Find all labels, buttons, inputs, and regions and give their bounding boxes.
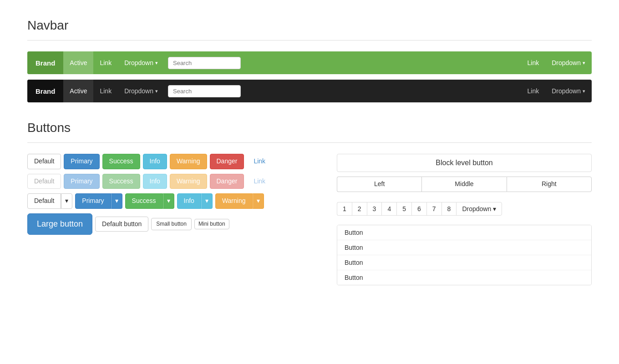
navbar-green-items: Active Link Dropdown ▾ [63, 51, 241, 74]
btn-default-1[interactable]: Default [27, 154, 61, 169]
chevron-down-icon: ▾ [493, 205, 496, 212]
navbar-dark: Brand Active Link Dropdown ▾ Link Dropdo… [27, 80, 592, 102]
navbar-dark-right-link[interactable]: Link [521, 80, 545, 102]
dropdown-list-item-1[interactable]: Button [337, 225, 591, 240]
navbar-dark-items: Active Link Dropdown ▾ [63, 80, 241, 102]
navbar-dark-item-active[interactable]: Active [63, 80, 93, 102]
split-info-caret[interactable]: ▾ [201, 193, 213, 209]
chevron-down-icon: ▾ [155, 88, 158, 94]
split-success: Success ▾ [125, 193, 174, 209]
chevron-down-icon: ▾ [115, 197, 118, 206]
right-panel: Block level button Left Middle Right 1 2… [337, 154, 592, 285]
page-1[interactable]: 1 [337, 202, 352, 216]
btn-warning-1[interactable]: Warning [170, 154, 207, 169]
dropdown-list-item-3[interactable]: Button [337, 255, 591, 270]
btn-default-2[interactable]: Default [27, 174, 61, 189]
block-level-button[interactable]: Block level button [337, 154, 592, 172]
split-default: Default ▾ [27, 193, 72, 209]
pagination: 1 2 3 4 5 6 7 8 Dropdown ▾ [337, 202, 592, 216]
split-primary: Primary ▾ [75, 193, 122, 209]
btn-small[interactable]: Small button [151, 218, 192, 230]
chevron-down-icon: ▾ [155, 60, 158, 66]
btn-row-3: Default ▾ Primary ▾ Success [27, 193, 319, 209]
navbar-green-right-link[interactable]: Link [521, 51, 545, 74]
chevron-down-icon: ▾ [205, 197, 208, 206]
navbar-dark-dropdown[interactable]: Dropdown ▾ [118, 80, 164, 102]
split-info: Info ▾ [177, 193, 213, 209]
navbar-green-dropdown[interactable]: Dropdown ▾ [118, 51, 164, 74]
chevron-down-icon: ▾ [583, 60, 585, 66]
navbar-section-title: Navbar [27, 18, 592, 33]
btn-large[interactable]: Large button [27, 213, 92, 235]
btn-primary-1[interactable]: Primary [64, 154, 99, 169]
chevron-down-icon: ▾ [583, 88, 585, 94]
btn-row-1: Default Primary Success Info Warning Dan… [27, 154, 319, 169]
btn-success-2[interactable]: Success [102, 174, 140, 189]
navbar-dark-item-link[interactable]: Link [93, 80, 118, 102]
btn-group-lmr: Left Middle Right [337, 177, 592, 192]
btn-row-4: Large button Default button Small button… [27, 213, 319, 235]
chevron-down-icon: ▾ [257, 197, 260, 206]
buttons-section-title: Buttons [27, 121, 592, 135]
navbar-green-item-link[interactable]: Link [93, 51, 118, 74]
btn-info-1[interactable]: Info [143, 154, 167, 169]
btn-danger-2[interactable]: Danger [210, 174, 244, 189]
split-primary-caret[interactable]: ▾ [111, 193, 122, 209]
btn-success-1[interactable]: Success [102, 154, 140, 169]
navbar-dark-right-dropdown[interactable]: Dropdown ▾ [545, 80, 592, 102]
chevron-down-icon: ▾ [65, 197, 68, 206]
split-warning: Warning ▾ [215, 193, 264, 209]
btn-link-2[interactable]: Link [247, 174, 272, 189]
split-info-main[interactable]: Info [177, 193, 201, 209]
btn-danger-1[interactable]: Danger [210, 154, 244, 169]
btn-group-left[interactable]: Left [337, 177, 421, 192]
page-4[interactable]: 4 [381, 202, 396, 216]
chevron-down-icon: ▾ [167, 197, 170, 206]
navbar-green-right-dropdown[interactable]: Dropdown ▾ [545, 51, 592, 74]
navbar-green-right: Link Dropdown ▾ [521, 51, 592, 74]
dropdown-list-item-2[interactable]: Button [337, 240, 591, 255]
page-6[interactable]: 6 [411, 202, 426, 216]
page-8[interactable]: 8 [441, 202, 457, 216]
navbar-green-search-input[interactable] [168, 57, 241, 69]
split-success-caret[interactable]: ▾ [163, 193, 174, 209]
btn-row-2: Default Primary Success Info Warning Dan… [27, 174, 319, 189]
navbar-dark-search-input[interactable] [168, 85, 241, 97]
page-dropdown[interactable]: Dropdown ▾ [456, 202, 502, 216]
btn-group-middle[interactable]: Middle [421, 177, 506, 192]
btn-group-right[interactable]: Right [507, 177, 592, 192]
buttons-section: Buttons Default Primary Success Info War… [27, 121, 592, 285]
split-primary-main[interactable]: Primary [75, 193, 111, 209]
btn-warning-2[interactable]: Warning [170, 174, 207, 189]
navbar-dark-brand[interactable]: Brand [27, 80, 63, 102]
btn-default-size[interactable]: Default button [95, 217, 148, 232]
btn-primary-2[interactable]: Primary [64, 174, 99, 189]
split-default-main[interactable]: Default [27, 193, 61, 209]
split-default-caret[interactable]: ▾ [61, 193, 72, 209]
navbar-green: Brand Active Link Dropdown ▾ Link Dropdo… [27, 51, 592, 74]
split-warning-main[interactable]: Warning [215, 193, 253, 209]
navbar-dark-right: Link Dropdown ▾ [521, 80, 592, 102]
dropdown-list: Button Button Button Button [337, 225, 592, 285]
dropdown-list-item-4[interactable]: Button [337, 270, 591, 285]
page-2[interactable]: 2 [352, 202, 367, 216]
btn-info-2[interactable]: Info [143, 174, 167, 189]
page-7[interactable]: 7 [426, 202, 441, 216]
btn-mini[interactable]: Mini button [194, 219, 229, 229]
navbar-dark-search [168, 85, 241, 97]
page-3[interactable]: 3 [367, 202, 382, 216]
left-panel: Default Primary Success Info Warning Dan… [27, 154, 319, 239]
btn-link-1[interactable]: Link [247, 154, 272, 169]
split-warning-caret[interactable]: ▾ [253, 193, 264, 209]
navbar-green-search [168, 57, 241, 69]
navbar-green-item-active[interactable]: Active [63, 51, 93, 74]
page-5[interactable]: 5 [396, 202, 411, 216]
section-divider-buttons [27, 142, 592, 143]
buttons-layout: Default Primary Success Info Warning Dan… [27, 154, 592, 285]
navbar-green-brand[interactable]: Brand [27, 51, 63, 74]
section-divider-navbar [27, 40, 592, 40]
split-success-main[interactable]: Success [125, 193, 163, 209]
